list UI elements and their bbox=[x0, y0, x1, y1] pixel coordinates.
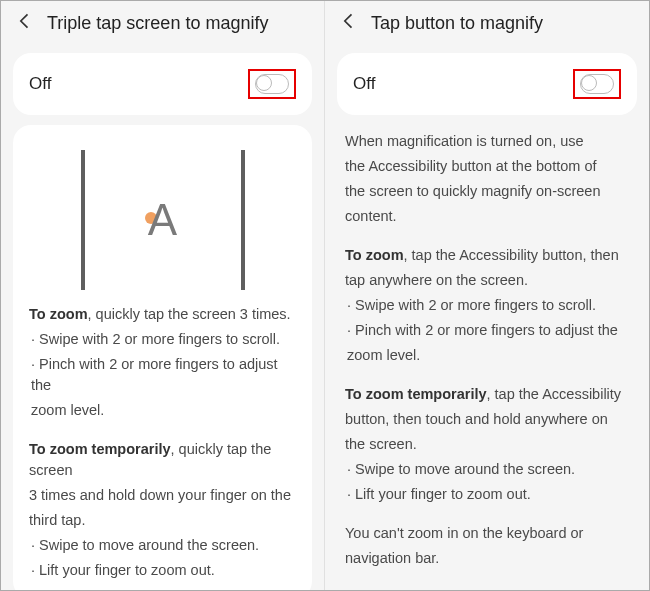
zoom-temp-heading: To zoom temporarily bbox=[345, 386, 487, 402]
zoom-heading: To zoom bbox=[29, 306, 88, 322]
toggle-switch[interactable] bbox=[255, 74, 289, 94]
toggle-row[interactable]: Off bbox=[13, 53, 312, 115]
bullet: · Pinch with 2 or more fingers to adjust… bbox=[345, 320, 629, 341]
toggle-knob bbox=[256, 75, 272, 91]
instructions: When magnification is turned on, use the… bbox=[345, 131, 629, 569]
bullet: · Swipe with 2 or more fingers to scroll… bbox=[29, 329, 296, 350]
header: Tap button to magnify bbox=[325, 1, 649, 43]
toggle-row[interactable]: Off bbox=[337, 53, 637, 115]
bullet: zoom level. bbox=[29, 400, 296, 421]
bullet: · Lift your finger to zoom out. bbox=[29, 560, 296, 581]
zoom-heading: To zoom bbox=[345, 247, 404, 263]
bullet: · Lift your finger to zoom out. bbox=[345, 484, 629, 505]
toggle-knob bbox=[581, 75, 597, 91]
zoom-temp-heading: To zoom temporarily bbox=[29, 441, 171, 457]
toggle-label: Off bbox=[29, 74, 51, 94]
bullet: · Swipe with 2 or more fingers to scroll… bbox=[345, 295, 629, 316]
magnify-illustration: A bbox=[29, 139, 296, 304]
info-card: When magnification is turned on, use the… bbox=[325, 125, 649, 587]
back-icon[interactable] bbox=[15, 11, 35, 35]
instructions: To zoom, quickly tap the screen 3 times.… bbox=[29, 304, 296, 581]
bullet: · Pinch with 2 or more fingers to adjust… bbox=[29, 354, 296, 396]
page-title: Triple tap screen to magnify bbox=[47, 13, 268, 34]
pane-tap-button: Tap button to magnify Off When magnifica… bbox=[325, 1, 649, 590]
toggle-label: Off bbox=[353, 74, 375, 94]
info-card: A To zoom, quickly tap the screen 3 time… bbox=[13, 125, 312, 591]
bullet: zoom level. bbox=[345, 345, 629, 366]
toggle-highlight bbox=[573, 69, 621, 99]
header: Triple tap screen to magnify bbox=[1, 1, 324, 43]
pane-triple-tap: Triple tap screen to magnify Off A To z bbox=[1, 1, 325, 590]
back-icon[interactable] bbox=[339, 11, 359, 35]
bullet: · Swipe to move around the screen. bbox=[345, 459, 629, 480]
page-title: Tap button to magnify bbox=[371, 13, 543, 34]
bullet: · Swipe to move around the screen. bbox=[29, 535, 296, 556]
letter-a-icon: A bbox=[148, 195, 177, 245]
toggle-highlight bbox=[248, 69, 296, 99]
toggle-switch[interactable] bbox=[580, 74, 614, 94]
